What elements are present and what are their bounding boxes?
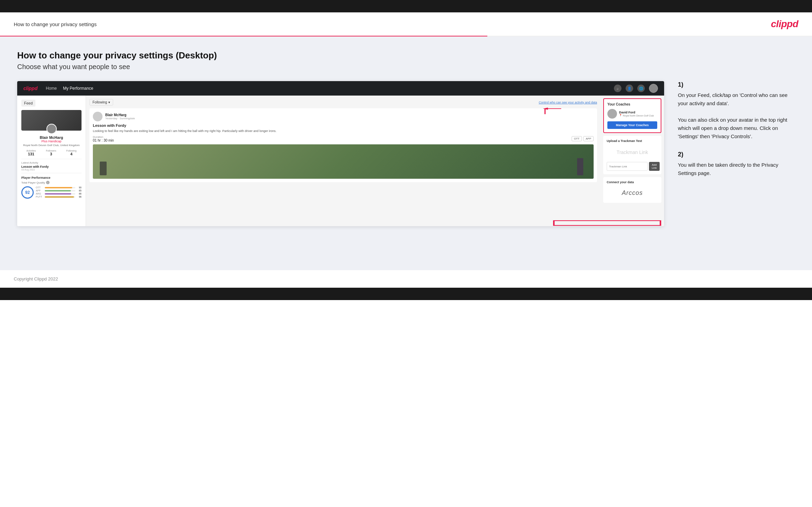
instruction-2: 2) You will then be taken directly to th…: [678, 151, 795, 177]
golfer-figure-1: [100, 162, 107, 175]
main-content: How to change your privacy settings (Des…: [0, 36, 812, 270]
control-privacy-link[interactable]: Control who can see your activity and da…: [539, 101, 597, 104]
bar-row-arg: ARG 86: [36, 192, 82, 195]
duration-row: Duration 01 hr : 30 min OTT APP: [93, 135, 594, 142]
trackman-input-row: Add Link: [607, 162, 658, 171]
mock-sidebar: Feed Blair McHarg Plus Handicap Royal No…: [17, 96, 86, 226]
post-tags: OTT APP: [572, 136, 594, 141]
bar-val: 86: [77, 192, 82, 195]
latest-date: 03 Aug 2022: [21, 168, 82, 171]
info-icon: i: [46, 181, 50, 184]
location-icon: 📍: [619, 114, 622, 117]
instruction-2-num: 2): [678, 151, 795, 158]
coach-row: David Ford 📍 Royal North Devon Golf Club: [607, 109, 657, 119]
content-row: clippd Home My Performance ⌕ 👤 🌐 Feed: [17, 81, 795, 226]
footer: Copyright Clippd 2022: [0, 270, 812, 288]
bar-val: 90: [77, 186, 82, 189]
profile-avatar: [46, 124, 57, 134]
perf-label: Player Performance: [21, 176, 82, 179]
divider2: [21, 173, 82, 173]
mock-right-panel: Your Coaches David Ford 📍 Royal North De…: [600, 96, 664, 226]
header: How to change your privacy settings clip…: [0, 12, 812, 36]
page-subheading: Choose what you want people to see: [17, 63, 795, 71]
bar-fill: [45, 190, 71, 191]
bottom-bar: [0, 288, 812, 300]
coach-name: David Ford: [619, 111, 654, 114]
top-bar: [0, 0, 812, 12]
trackman-link-input[interactable]: [607, 162, 648, 171]
post-title: Lesson with Fordy: [93, 123, 594, 128]
following-button[interactable]: Following ▾: [89, 99, 113, 106]
mock-logo: clippd: [23, 86, 37, 91]
mock-nav-right: ⌕ 👤 🌐: [614, 84, 658, 93]
bar-track: [45, 187, 75, 188]
stat-activities: Activities 131: [26, 150, 36, 156]
add-link-button[interactable]: Add Link: [649, 162, 660, 171]
user-club: Royal North Devon Golf Club, United King…: [21, 144, 82, 147]
bar-fill: [45, 193, 71, 195]
stat-following: Following 4: [66, 150, 77, 156]
tag-app: APP: [583, 136, 594, 141]
search-icon[interactable]: ⌕: [614, 85, 621, 92]
bar-row-ott: OTT 90: [36, 186, 82, 189]
bar-val: 96: [77, 196, 82, 198]
activities-val: 131: [26, 152, 36, 156]
chevron-down-icon: ▾: [108, 100, 110, 104]
duration-label: Duration: [93, 135, 114, 139]
trackman-card: Upload a Trackman Test Trackman Link Add…: [603, 136, 661, 174]
latest-label: Latest Activity: [21, 161, 82, 164]
quality-row: 92 OTT 90 APP 85 ARG 86: [21, 186, 82, 199]
instructions-panel: 1) On your Feed, click/tap on 'Control w…: [678, 81, 795, 188]
quality-label: Total Player Quality i: [21, 181, 82, 184]
instruction-1: 1) On your Feed, click/tap on 'Control w…: [678, 81, 795, 141]
post-card: Blair McHarg Yesterday · Sunningdale Les…: [89, 108, 597, 182]
bar-label: ARG: [36, 192, 43, 195]
trackman-placeholder: Trackman Link: [607, 145, 658, 159]
connect-title: Connect your data: [607, 180, 658, 184]
post-date: Yesterday · Sunningdale: [105, 117, 135, 120]
manage-coaches-button[interactable]: Manage Your Coaches: [607, 121, 657, 129]
performance-bars: OTT 90 APP 85 ARG 86 PUTT: [36, 186, 82, 199]
latest-name: Lesson with Fordy: [21, 165, 82, 168]
trackman-title: Upload a Trackman Test: [607, 139, 658, 143]
copyright-text: Copyright Clippd 2022: [14, 276, 58, 282]
mock-nav: clippd Home My Performance ⌕ 👤 🌐: [17, 81, 664, 96]
connect-card: Connect your data Arccos: [603, 177, 661, 203]
following-label: Following: [66, 150, 77, 152]
bar-label: APP: [36, 189, 43, 192]
coach-avatar: [607, 109, 617, 119]
post-user-name: Blair McHarg: [105, 113, 135, 117]
bar-track: [45, 190, 75, 191]
mockup-container: clippd Home My Performance ⌕ 👤 🌐 Feed: [17, 81, 664, 226]
user-icon[interactable]: 👤: [626, 85, 633, 92]
post-body: Looking to feel like my hands are exitin…: [93, 129, 594, 133]
header-title: How to change your privacy settings: [14, 21, 97, 27]
post-header: Blair McHarg Yesterday · Sunningdale: [93, 112, 594, 121]
feed-tab[interactable]: Feed: [21, 100, 35, 107]
coach-club: 📍 Royal North Devon Golf Club: [619, 114, 654, 117]
user-tier: Plus Handicap: [21, 140, 82, 143]
stat-followers: Followers 3: [46, 150, 56, 156]
bar-label: PUTT: [36, 196, 43, 198]
tag-ott: OTT: [572, 136, 582, 141]
bar-label: OTT: [36, 186, 43, 189]
coaches-card: Your Coaches David Ford 📍 Royal North De…: [603, 98, 661, 133]
bar-track: [45, 196, 75, 198]
quality-score: 92: [21, 186, 34, 199]
coach-info: David Ford 📍 Royal North Devon Golf Club: [619, 111, 654, 117]
duration-val: 01 hr : 30 min: [93, 139, 114, 142]
avatar[interactable]: [649, 84, 658, 93]
coaches-title: Your Coaches: [607, 102, 657, 106]
post-user-info: Blair McHarg Yesterday · Sunningdale: [105, 113, 135, 120]
instruction-1-text: On your Feed, click/tap on 'Control who …: [678, 91, 795, 141]
divider: [21, 159, 82, 159]
activities-label: Activities: [26, 150, 36, 152]
mock-nav-performance[interactable]: My Performance: [63, 86, 93, 91]
mock-nav-home[interactable]: Home: [46, 86, 57, 91]
following-row: Following ▾ Control who can see your act…: [89, 99, 597, 106]
followers-val: 3: [46, 152, 56, 156]
bar-fill: [45, 187, 72, 188]
globe-icon[interactable]: 🌐: [637, 85, 645, 92]
user-name: Blair McHarg: [21, 135, 82, 140]
following-val: 4: [66, 152, 77, 156]
